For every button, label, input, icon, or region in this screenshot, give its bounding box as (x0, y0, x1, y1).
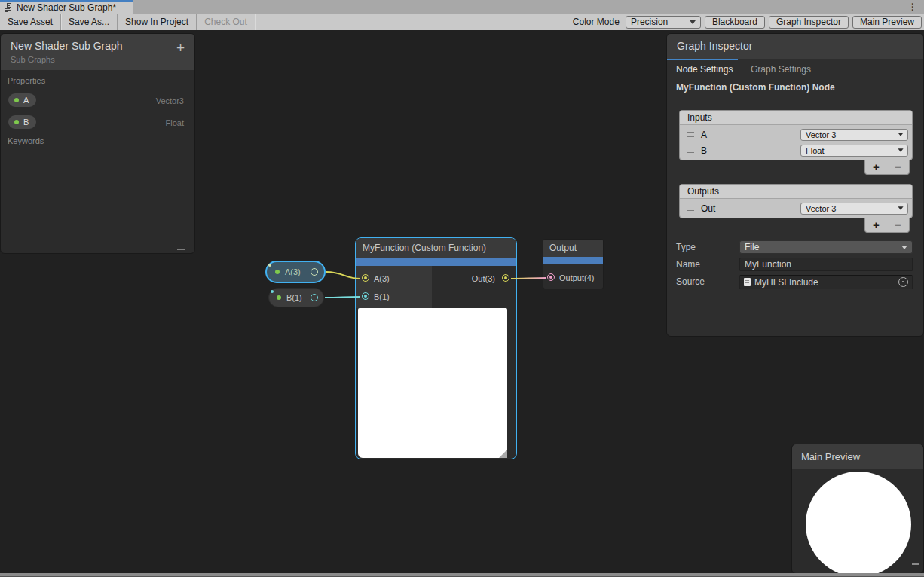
chevron-down-icon (898, 148, 903, 152)
color-mode-value: Precision (631, 17, 668, 27)
property-node-a[interactable]: A(3) (265, 261, 326, 283)
input-row-a[interactable]: A Vector 3 (680, 127, 912, 142)
output-node[interactable]: Output Output(4) (543, 239, 604, 289)
exposed-property-dot-icon (14, 98, 19, 102)
file-asset-icon (744, 278, 751, 286)
properties-section-label: Properties (8, 76, 45, 85)
shader-graph-toolbar: Save Asset Save As... Show In Project Ch… (0, 14, 924, 30)
drag-handle-icon[interactable] (687, 148, 694, 153)
custom-function-node[interactable]: MyFunction (Custom Function) A(3) B(1) O… (355, 237, 517, 459)
input-ports-background (356, 266, 432, 308)
node-title[interactable]: Output (543, 240, 603, 257)
port-in-a-icon[interactable] (362, 274, 369, 282)
node-port-area: Output(4) (543, 264, 603, 289)
blackboard-property-b[interactable]: B (8, 115, 36, 129)
outputs-list: Outputs Out Vector 3 (679, 184, 913, 218)
input-type-dropdown[interactable]: Vector 3 (800, 129, 908, 141)
output-name: Out (701, 203, 715, 214)
tab-node-settings[interactable]: Node Settings (676, 64, 733, 75)
type-dropdown[interactable]: File (739, 240, 913, 254)
blackboard-header[interactable]: New Shader Sub Graph Sub Graphs + (1, 34, 194, 70)
chevron-down-icon (690, 20, 696, 24)
kebab-menu-icon[interactable]: ⋮ (908, 1, 917, 13)
port-in-b-icon[interactable] (362, 292, 369, 300)
input-row-b[interactable]: B Float (680, 142, 912, 158)
type-field-label: Type (676, 242, 696, 252)
input-type-dropdown[interactable]: Float (800, 145, 908, 157)
property-node-label: A(3) (285, 267, 301, 276)
node-title[interactable]: MyFunction (Custom Function) (356, 238, 516, 258)
save-asset-button[interactable]: Save Asset (0, 14, 60, 30)
preview-sphere (806, 472, 911, 574)
window-bottom-edge (0, 573, 924, 577)
blackboard-panel: New Shader Sub Graph Sub Graphs + Proper… (0, 33, 195, 254)
edge-b-to-function[interactable] (325, 297, 360, 298)
shader-graph-icon (4, 3, 13, 12)
toolbar-separator (255, 14, 255, 30)
add-property-button[interactable]: + (176, 41, 185, 56)
inspector-title[interactable]: Graph Inspector (667, 34, 923, 59)
object-picker-icon[interactable] (898, 277, 908, 287)
name-input[interactable]: MyFunction (739, 258, 913, 271)
blackboard-subtitle: Sub Graphs (11, 55, 55, 64)
tab-shader-sub-graph[interactable]: New Shader Sub Graph* (0, 0, 133, 14)
blackboard-toggle-button[interactable]: Blackboard (705, 16, 765, 29)
drag-handle-icon[interactable] (687, 132, 694, 137)
exposed-property-dot-icon (277, 295, 281, 300)
port-in-icon[interactable] (547, 273, 555, 281)
port-out-label: Out(3) (472, 274, 495, 283)
property-type-label: Vector3 (156, 96, 184, 105)
outputs-list-header: Outputs (680, 185, 912, 199)
property-name: A (23, 96, 29, 105)
output-row-out[interactable]: Out Vector 3 (680, 200, 912, 216)
graph-inspector-panel: Graph Inspector Node Settings Graph Sett… (666, 33, 924, 337)
add-output-button[interactable]: + (873, 220, 880, 230)
property-node-b[interactable]: B(1) (268, 288, 324, 307)
main-preview-title[interactable]: Main Preview (792, 444, 923, 469)
type-value: File (745, 242, 759, 252)
toolbar-left-group: Save Asset Save As... Show In Project Ch… (0, 14, 255, 30)
remove-output-button[interactable]: − (895, 220, 901, 230)
inputs-list-header: Inputs (680, 111, 912, 125)
color-mode-dropdown[interactable]: Precision (626, 16, 701, 29)
node-accent-bar (356, 258, 516, 266)
output-type-dropdown[interactable]: Vector 3 (800, 203, 908, 215)
outputs-list-body: Out Vector 3 (680, 199, 912, 218)
tab-title: New Shader Sub Graph* (17, 2, 116, 13)
preview-resize-handle[interactable] (499, 450, 507, 458)
panel-resize-handle[interactable] (912, 563, 919, 565)
input-name: B (701, 145, 707, 156)
show-in-project-button[interactable]: Show In Project (118, 14, 196, 30)
exposed-property-dot-icon (275, 270, 280, 274)
name-value: MyFunction (745, 259, 791, 270)
port-out-icon[interactable] (502, 274, 509, 282)
inputs-list-body: A Vector 3 B Float (680, 125, 912, 160)
port-in-a-label: A(3) (374, 274, 390, 283)
remove-input-button[interactable]: − (895, 162, 901, 172)
input-type-value: Float (806, 146, 824, 155)
port-out-icon[interactable] (311, 268, 318, 276)
property-node-label: B(1) (286, 293, 302, 302)
chevron-down-icon (898, 133, 903, 136)
color-mode-label: Color Mode (573, 17, 620, 27)
check-out-button: Check Out (197, 14, 255, 30)
node-accent-bar (543, 257, 603, 264)
panel-resize-handle[interactable] (177, 249, 185, 250)
name-field-label: Name (676, 259, 700, 270)
window-tab-bar: New Shader Sub Graph* ⋮ (0, 0, 924, 14)
blackboard-property-a[interactable]: A (8, 93, 36, 107)
port-out-icon[interactable] (311, 294, 318, 301)
input-name: A (701, 130, 707, 140)
edge-function-to-output[interactable] (511, 278, 546, 279)
inputs-list: Inputs A Vector 3 B Float (679, 110, 913, 160)
drag-handle-icon[interactable] (687, 206, 694, 211)
main-preview-toggle-button[interactable]: Main Preview (852, 16, 922, 29)
save-as-button[interactable]: Save As... (61, 14, 117, 30)
tab-graph-settings[interactable]: Graph Settings (751, 64, 811, 75)
property-name: B (23, 118, 29, 127)
add-input-button[interactable]: + (873, 162, 880, 172)
main-preview-panel: Main Preview (791, 444, 924, 574)
graph-inspector-toggle-button[interactable]: Graph Inspector (769, 16, 849, 29)
port-in-label: Output(4) (559, 273, 594, 282)
source-object-field[interactable]: MyHLSLInclude (739, 275, 913, 289)
